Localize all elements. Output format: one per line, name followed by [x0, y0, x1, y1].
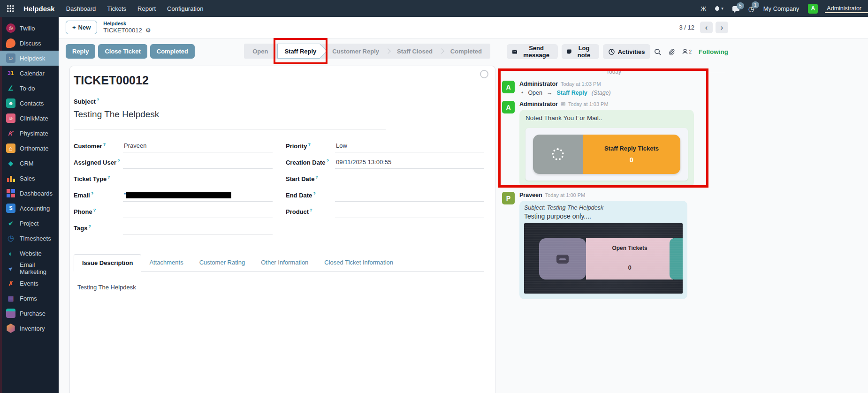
assigned-user-label: Assigned User?: [74, 159, 123, 169]
send-message-button[interactable]: Send message: [507, 44, 558, 59]
followers-icon[interactable]: 2: [682, 48, 692, 55]
tab-closed-ticket-information[interactable]: Closed Ticket Information: [316, 254, 401, 271]
stage-completed[interactable]: Completed: [444, 44, 488, 59]
sidebar-item-discuss[interactable]: Discuss: [0, 36, 59, 51]
activities-clock-icon[interactable]: ◷ 1: [748, 5, 754, 12]
breadcrumb-app[interactable]: Helpdesk: [103, 21, 151, 27]
discuss-icon: [6, 38, 15, 48]
ticket-type-field[interactable]: [123, 175, 273, 185]
attachments-paperclip-icon[interactable]: [668, 48, 675, 55]
drop-menu-icon[interactable]: ▾: [715, 6, 723, 11]
chatter-toolbar: Send message Log note Activities: [507, 44, 728, 59]
sidebar-item-todo[interactable]: ∠To-do: [0, 81, 59, 96]
dashboards-icon: [6, 189, 15, 198]
tags-label: Tags?: [74, 224, 123, 234]
pager-previous-button[interactable]: ‹: [700, 22, 713, 33]
sidebar-item-website[interactable]: ◐Website: [0, 246, 59, 261]
product-field[interactable]: [335, 208, 484, 218]
user-name: Administrator: [827, 5, 861, 12]
date-divider: Today: [502, 68, 725, 75]
sidebar-item-calendar[interactable]: 31Calendar: [0, 66, 59, 81]
menu-tickets[interactable]: Tickets: [107, 5, 126, 12]
kanban-state-circle[interactable]: [480, 70, 488, 78]
subject-field[interactable]: Testing The Helpdesk: [74, 109, 386, 129]
company-switcher[interactable]: My Company: [763, 5, 799, 12]
stage-separator-chevron: [385, 48, 390, 53]
embedded-image[interactable]: Staff Reply Tickets 0: [525, 128, 688, 181]
phone-field[interactable]: [123, 208, 273, 218]
pager-next-button[interactable]: ›: [716, 22, 728, 33]
pager: 3 / 12 ‹ ›: [679, 22, 728, 33]
tab-attachments[interactable]: Attachments: [141, 254, 191, 271]
stage-staff-reply[interactable]: Staff Reply: [277, 44, 320, 59]
search-messages-icon[interactable]: [654, 48, 661, 55]
sidebar-item-project[interactable]: ✔Project: [0, 216, 59, 231]
message-stage-tracking: A Administrator Today at 1:03 PM Open → …: [502, 81, 725, 96]
menu-dashboard[interactable]: Dashboard: [66, 5, 96, 12]
quote-mark: ": [124, 192, 126, 198]
message-time: Today at 1:03 PM: [561, 81, 601, 87]
messages-icon[interactable]: 5: [732, 6, 739, 11]
attached-photo[interactable]: Open Tickets 0: [524, 223, 683, 294]
creation-date-field[interactable]: 09/11/2025 13:00:55: [335, 159, 484, 169]
sidebar-item-timesheets[interactable]: ◷Timesheets: [0, 231, 59, 246]
sidebar-item-dashboards[interactable]: Dashboards: [0, 186, 59, 201]
help-icon: ?: [97, 98, 99, 102]
reply-button[interactable]: Reply: [66, 44, 95, 59]
sidebar-item-purchase[interactable]: Purchase: [0, 306, 59, 321]
followers-count: 2: [689, 49, 692, 54]
tab-customer-rating[interactable]: Customer Rating: [191, 254, 253, 271]
sidebar-item-forms[interactable]: ▤Forms: [0, 291, 59, 306]
redaction-bar: [126, 192, 231, 198]
stage-open[interactable]: Open: [246, 44, 274, 59]
gear-icon[interactable]: ⚙: [145, 27, 151, 34]
field-column-left: Customer?Praveen Assigned User? Ticket T…: [74, 136, 273, 234]
new-button[interactable]: +New: [66, 21, 97, 34]
customer-field[interactable]: Praveen: [123, 142, 273, 152]
sidebar-item-clinikmate[interactable]: ☺ClinikMate: [0, 111, 59, 126]
plus-icon: +: [72, 24, 76, 31]
priority-field[interactable]: Low: [335, 142, 484, 152]
email-field[interactable]: ": [123, 191, 273, 202]
stage-staff-closed[interactable]: Staff Closed: [390, 44, 439, 59]
sidebar-item-helpdesk[interactable]: ☺Helpdesk: [0, 51, 59, 66]
tab-other-information[interactable]: Other Information: [253, 254, 316, 271]
log-note-button[interactable]: Log note: [562, 44, 599, 59]
sidebar-item-sales[interactable]: Sales: [0, 171, 59, 186]
debug-bug-icon[interactable]: Ж: [700, 5, 706, 12]
activities-button[interactable]: Activities: [603, 44, 651, 59]
sidebar-item-orthomate[interactable]: ⌂Orthomate: [0, 141, 59, 156]
close-ticket-button[interactable]: Close Ticket: [98, 44, 147, 59]
sidebar-item-events[interactable]: ✗Events: [0, 276, 59, 291]
sidebar-item-physimate[interactable]: KPhysimate: [0, 126, 59, 141]
apps-grid-icon[interactable]: [7, 5, 14, 12]
pager-count: 3 / 12: [679, 24, 694, 31]
following-toggle[interactable]: Following: [699, 48, 728, 55]
user-menu[interactable]: Administrator: [827, 2, 861, 15]
sidebar-item-contacts[interactable]: ☻Contacts: [0, 96, 59, 111]
tab-issue-description[interactable]: Issue Description: [74, 254, 141, 272]
assigned-user-field[interactable]: [123, 159, 273, 169]
message-body: Noted Thank You For Mail.. Staff Reply T…: [519, 110, 694, 187]
sidebar-item-accounting[interactable]: $Accounting: [0, 201, 59, 216]
stage-separator-chevron: [439, 48, 444, 53]
start-date-field[interactable]: [335, 175, 484, 185]
ticket-title: TICKET00012: [74, 74, 484, 87]
tags-field[interactable]: [123, 224, 273, 234]
menu-report[interactable]: Report: [137, 5, 156, 12]
photo-card-title: Open Tickets: [612, 245, 647, 251]
user-avatar[interactable]: A: [808, 4, 818, 14]
sales-icon: [6, 174, 15, 183]
issue-description-content[interactable]: Testing The Helpdesk: [74, 272, 484, 303]
email-envelope-icon: ✉: [561, 101, 565, 107]
completed-button[interactable]: Completed: [150, 44, 195, 59]
ticket-type-label: Ticket Type?: [74, 175, 123, 185]
sidebar-item-inventory[interactable]: Inventory: [0, 321, 59, 336]
app-name[interactable]: Helpdesk: [23, 5, 55, 13]
menu-configuration[interactable]: Configuration: [167, 5, 203, 12]
sidebar-item-twilio[interactable]: ◎Twilio: [0, 21, 59, 36]
sidebar-item-email-marketing[interactable]: ►Email Marketing: [0, 261, 59, 276]
sidebar-item-crm[interactable]: ◆CRM: [0, 156, 59, 171]
stage-customer-reply[interactable]: Customer Reply: [326, 44, 386, 59]
end-date-field[interactable]: [335, 191, 484, 202]
